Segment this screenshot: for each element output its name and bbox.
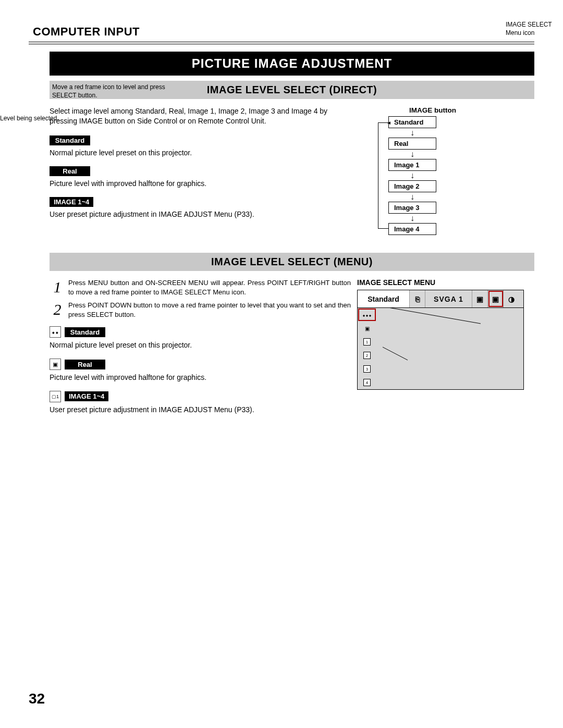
osd-side-image1: 1 — [358, 335, 376, 349]
chip-image14: IMAGE 1~4 — [50, 197, 93, 207]
flow-box: Image 1 — [388, 159, 436, 171]
osd-side-image4: 4 — [358, 376, 376, 389]
flow-box: Image 2 — [388, 180, 436, 192]
chip-standard: Standard — [50, 135, 90, 145]
standard-icon: ⬥⬥ — [50, 326, 61, 338]
osd-input-icon: ⎘ — [410, 290, 425, 307]
flow-box: Image 4 — [388, 223, 436, 235]
svg-line-1 — [383, 347, 408, 360]
step-row: 1 Press MENU button and ON-SCREEN MENU w… — [50, 278, 351, 297]
step-number: 1 — [50, 279, 65, 295]
image-button-flow: IMAGE button ▸ Standard ↓ Real ↓ Image 1… — [388, 106, 534, 235]
double-rule — [29, 42, 534, 44]
osd-top-name: Standard — [358, 290, 410, 307]
flow-box: Image 3 — [388, 202, 436, 214]
step-text: Press MENU button and ON-SCREEN MENU wil… — [65, 278, 351, 297]
osd-side-image3: 3 — [358, 362, 376, 376]
osd-side-image2: 2 — [358, 349, 376, 362]
desc-real-menu: Picture level with improved halftone for… — [50, 373, 351, 382]
chip-real: Real — [50, 166, 90, 176]
desc-image14: User preset picture adjustment in IMAGE … — [50, 209, 351, 219]
direct-intro: Select image level among Standard, Real,… — [50, 106, 351, 126]
step-text: Press POINT DOWN button to move a red fr… — [65, 301, 351, 319]
chip-standard-menu: Standard — [65, 327, 105, 337]
page-number: 32 — [29, 690, 45, 707]
arrow-down-icon: ↓ — [388, 214, 436, 223]
desc-standard-menu: Normal picture level preset on this proj… — [50, 340, 351, 350]
chapter-heading: COMPUTER INPUT — [33, 25, 534, 39]
desc-real: Picture level with improved halftone for… — [50, 179, 351, 189]
flow-title: IMAGE button — [409, 106, 534, 114]
osd-icon: ▣ — [472, 290, 488, 307]
arrow-down-icon: ↓ — [388, 129, 436, 137]
callout-move: Move a red frame icon to level and press… — [52, 83, 167, 100]
arrow-down-icon: ↓ — [388, 193, 436, 201]
osd-resolution: SVGA 1 — [425, 290, 472, 307]
loop-arrow-icon: ▸ — [387, 120, 390, 127]
osd-menu: Standard ⎘ SVGA 1 ▣ ▣ ◑ ⬥⬥⬥ ▣ 1 2 3 4 — [357, 290, 524, 390]
desc-standard: Normal picture level preset on this proj… — [50, 148, 351, 158]
osd-icon: ◑ — [504, 290, 519, 307]
section-heading-menu: IMAGE LEVEL SELECT (MENU) — [50, 253, 534, 271]
step-number: 2 — [50, 302, 65, 317]
step-row: 2 Press POINT DOWN button to move a red … — [50, 301, 351, 319]
chip-image14-menu: IMAGE 1~4 — [65, 391, 108, 401]
osd-side-real: ▣ — [358, 322, 376, 335]
osd-image-select-icon: ▣ — [488, 290, 504, 307]
osd-side-standard: ⬥⬥⬥ — [358, 308, 376, 322]
osd-title: IMAGE SELECT MENU — [357, 278, 534, 287]
image1-icon: ▢1 — [50, 391, 61, 402]
flow-box: Real — [388, 138, 436, 150]
real-icon: ▣ — [50, 359, 61, 370]
arrow-down-icon: ↓ — [388, 150, 436, 158]
page-title: PICTURE IMAGE ADJUSTMENT — [50, 52, 534, 76]
flow-box: Standard — [388, 116, 436, 128]
arrow-down-icon: ↓ — [388, 171, 436, 180]
chip-real-menu: Real — [65, 360, 105, 369]
callout-level: Level being selected. — [0, 115, 59, 123]
svg-line-0 — [376, 308, 481, 324]
callout-lines-icon — [376, 308, 523, 389]
desc-image14-menu: User preset picture adjustment in IMAGE … — [50, 405, 351, 415]
callout-icon-label: IMAGE SELECT Menu icon — [506, 21, 563, 37]
